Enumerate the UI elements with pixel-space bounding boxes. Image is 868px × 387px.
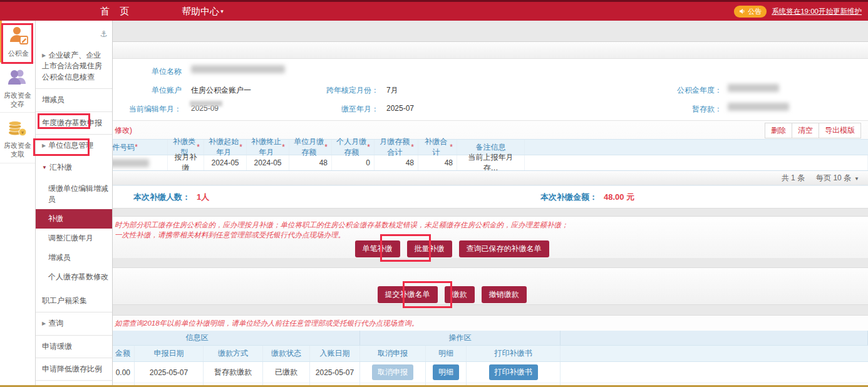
- main-subheader-band: [36, 42, 868, 59]
- print-receipt-button[interactable]: 打印补缴书: [489, 364, 538, 380]
- export-template-button[interactable]: 导出模版: [819, 123, 861, 138]
- summary-band: 本次补缴人数：1人 本次补缴金额：48.00 元: [36, 185, 868, 208]
- sidebar-item-danwei-xinxi[interactable]: ▶单位信息管理: [36, 135, 112, 157]
- payment-history-table: 信息区 操作区 金额 申报日期 缴款方式 缴款状态 入账日期 取消申报 明细 打…: [34, 331, 868, 387]
- chevron-down-icon: ▼: [42, 165, 47, 170]
- paid-to-label: 缴至年月：: [285, 104, 379, 115]
- sidebar-item-qiye-check[interactable]: ▶企业破产、企业上市合法合规住房公积金信息核查: [36, 44, 112, 89]
- divider-band: [36, 304, 868, 316]
- clear-button[interactable]: 清空: [792, 123, 819, 138]
- secondary-sidebar: ⚓ ▶企业破产、企业上市合法合规住房公积金信息核查 增减员 年度缴存基数申报 ▶…: [36, 21, 113, 385]
- sidebar-item-jishu-shenbao[interactable]: 年度缴存基数申报: [36, 112, 112, 135]
- unit-name-value: [191, 65, 285, 75]
- sidebar-item-huibujiao[interactable]: ▼汇补缴: [36, 157, 112, 178]
- unit-account-label: 单位账户: [116, 85, 182, 96]
- chevron-right-icon: ▶: [42, 53, 46, 58]
- supplement-table: 证件号码* 补缴类型* 补缴起始年月* 补缴终止年月* 单位月缴存额* 个人月缴…: [75, 139, 868, 170]
- history-query-note: 如需查询2018年以前单位补缴明细，请单位经办人前往任意管理部或受托银行代办点现…: [115, 319, 419, 328]
- nav-home[interactable]: 首 页: [100, 6, 133, 18]
- supplement-amount-value: 48.00 元: [604, 192, 634, 202]
- ops-zone-header: 操作区: [360, 331, 561, 346]
- divider-band: [36, 208, 868, 217]
- supplement-amount-label: 本次补缴金额：: [540, 192, 597, 202]
- pay-button[interactable]: 缴款: [445, 286, 475, 303]
- list-hint-fragment: 修改): [115, 125, 132, 136]
- page-size-select[interactable]: 每页 10 条▼: [816, 173, 859, 183]
- main-toolbar-band: [36, 21, 868, 42]
- speaker-icon: [739, 8, 745, 14]
- chevron-right-icon: ▶: [42, 321, 46, 326]
- sidebar-item-huanjiao-bianji[interactable]: 缓缴单位编辑增减员: [36, 179, 112, 209]
- single-supplement-button[interactable]: 单笔补缴: [355, 240, 400, 257]
- delete-button[interactable]: 删除: [765, 123, 792, 138]
- query-saved-list-button[interactable]: 查询已保存的补缴名单: [459, 240, 549, 257]
- history-group-header: 信息区 操作区: [34, 331, 868, 346]
- total-count: 共 1 条: [782, 173, 805, 183]
- sidebar-item-jiangdi-bili[interactable]: 申请降低缴存比例: [36, 358, 112, 381]
- submit-section: 提交补缴名单 缴款 撤销缴款: [36, 268, 868, 304]
- fund-year-value: [728, 84, 779, 94]
- sidebar-item-tiaozheng-huijiao[interactable]: 调整汇缴年月: [36, 229, 112, 248]
- cross-year-label: 跨年核定月份：: [285, 85, 379, 96]
- sidebar-item-huji-caiji[interactable]: 职工户籍采集: [36, 290, 112, 312]
- notes-section: 时为部分职工缴存住房公积金的，应办理按月补缴；单位将职工的住房公积金缴存基数核定…: [36, 217, 868, 258]
- edit-month-value: 2025-09: [191, 104, 219, 113]
- anchor-icon[interactable]: ⚓: [100, 29, 108, 39]
- temp-deposit-value: [728, 103, 789, 113]
- sidebar-item-zengjianyuan-child[interactable]: 增减员: [36, 248, 112, 267]
- sidebar-item-bujiao[interactable]: 补缴: [36, 209, 112, 229]
- table-row: 0.00 2025-05-07 暂存款缴款 已缴款 2025-05-07 取消申…: [34, 362, 868, 383]
- cancel-payment-button[interactable]: 撤销缴款: [482, 286, 527, 303]
- sidebar-item-shenqing-huanjiao[interactable]: 申请缓缴: [36, 336, 112, 358]
- unit-name-label: 单位名称: [116, 66, 182, 77]
- policy-note-line1: 时为部分职工缴存住房公积金的，应办理按月补缴；单位将职工的住房公积金缴存基数核定…: [115, 220, 569, 230]
- table-row[interactable]: 按月补缴 2024-05 2024-05 48 0 48 48 当前上报年月存…: [75, 155, 868, 170]
- supplement-count-label: 本次补缴人数：: [133, 192, 190, 202]
- sidebar-item-chaxun[interactable]: ▶查询: [36, 312, 112, 335]
- unit-account-value: 住房公积金账户一: [191, 85, 251, 96]
- rail-item-fanggai-zhiqu[interactable]: ¥ 房改资金支取: [0, 113, 35, 163]
- submit-supplement-list-button[interactable]: 提交补缴名单: [378, 286, 438, 303]
- rail-item-fanggai-jiaocun[interactable]: 房改资金交存: [0, 63, 35, 113]
- unit-info-panel: 单位名称 单位账户 住房公积金账户一 当前编辑年月： 2025-09 跨年核定月…: [36, 59, 868, 121]
- svg-text:¥: ¥: [21, 130, 24, 135]
- top-navbar: 首 页 帮助中心▾ 公告 系统将在19:00开始更新维护: [0, 0, 868, 21]
- people-icon: [7, 67, 28, 88]
- redacted-smudge: [190, 101, 222, 106]
- fund-year-label: 公积金年度：: [628, 85, 722, 96]
- paid-to-value: 2025-07: [386, 104, 414, 113]
- person-edit-icon: [8, 25, 29, 46]
- table-pagination: ▶| 共 1 条 每页 10 条▼: [75, 170, 868, 185]
- batch-supplement-button[interactable]: 批量补缴: [407, 240, 452, 257]
- nav-help-center[interactable]: 帮助中心▾: [182, 6, 224, 18]
- maintenance-notice-link[interactable]: 系统将在19:00开始更新维护: [772, 7, 862, 16]
- chevron-right-icon: ▶: [42, 143, 46, 148]
- announcement-badge: 公告: [734, 6, 767, 18]
- module-rail: 公积金 房改资金交存 ¥ 房改资金支取: [0, 21, 36, 387]
- temp-deposit-label: 暂存款：: [628, 104, 722, 115]
- cross-year-value: 7月: [386, 85, 398, 96]
- sidebar-item-geren-jishu-xiugai[interactable]: 个人缴存基数修改: [36, 267, 112, 290]
- supplement-count-value: 1人: [197, 192, 209, 202]
- redacted-unit-name: [191, 65, 285, 73]
- redacted-temp-deposit: [728, 103, 789, 111]
- coins-icon: ¥: [7, 117, 28, 138]
- history-column-header: 金额 申报日期 缴款方式 缴款状态 入账日期 取消申报 明细 打印补缴书: [34, 346, 868, 362]
- query-note-section: 如需查询2018年以前单位补缴明细，请单位经办人前往任意管理部或受托银行代办点现…: [36, 316, 868, 331]
- cancel-declaration-button[interactable]: 取消申报: [372, 364, 413, 380]
- detail-button[interactable]: 明细: [433, 364, 459, 380]
- redacted-fund-year: [728, 84, 779, 92]
- divider-band: [36, 258, 868, 268]
- sidebar-item-zengjianyuan[interactable]: 增减员: [36, 89, 112, 111]
- chevron-down-icon: ▾: [220, 8, 224, 14]
- chevron-down-icon: ▼: [854, 176, 859, 182]
- list-toolbar: 删除清空导出模版: [765, 123, 861, 138]
- rail-item-gongjijin[interactable]: 公积金: [0, 21, 35, 63]
- policy-note-line2: 一次性补缴，请携带相关材料到任意管理部或受托银行代办点现场办理。: [115, 230, 345, 240]
